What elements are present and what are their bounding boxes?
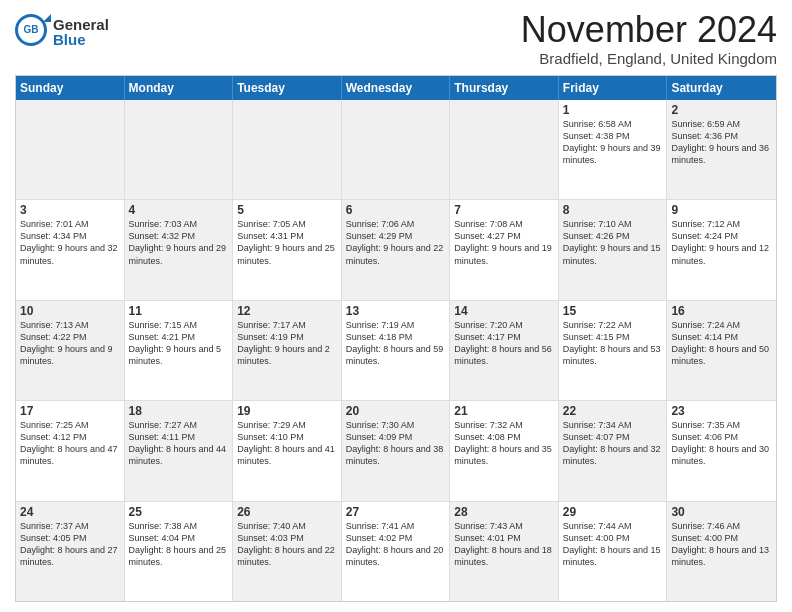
day-cell-30: 30Sunrise: 7:46 AM Sunset: 4:00 PM Dayli… <box>667 502 776 601</box>
day-cell-28: 28Sunrise: 7:43 AM Sunset: 4:01 PM Dayli… <box>450 502 559 601</box>
empty-cell <box>342 100 451 199</box>
day-header-saturday: Saturday <box>667 76 776 100</box>
day-info: Sunrise: 7:29 AM Sunset: 4:10 PM Dayligh… <box>237 419 337 468</box>
week-row-2: 10Sunrise: 7:13 AM Sunset: 4:22 PM Dayli… <box>16 301 776 401</box>
day-number: 3 <box>20 203 120 217</box>
day-cell-3: 3Sunrise: 7:01 AM Sunset: 4:34 PM Daylig… <box>16 200 125 299</box>
day-cell-15: 15Sunrise: 7:22 AM Sunset: 4:15 PM Dayli… <box>559 301 668 400</box>
day-cell-29: 29Sunrise: 7:44 AM Sunset: 4:00 PM Dayli… <box>559 502 668 601</box>
day-cell-20: 20Sunrise: 7:30 AM Sunset: 4:09 PM Dayli… <box>342 401 451 500</box>
week-row-3: 17Sunrise: 7:25 AM Sunset: 4:12 PM Dayli… <box>16 401 776 501</box>
day-number: 16 <box>671 304 772 318</box>
day-number: 30 <box>671 505 772 519</box>
day-header-monday: Monday <box>125 76 234 100</box>
day-number: 1 <box>563 103 663 117</box>
day-info: Sunrise: 7:24 AM Sunset: 4:14 PM Dayligh… <box>671 319 772 368</box>
calendar-header: SundayMondayTuesdayWednesdayThursdayFrid… <box>16 76 776 100</box>
day-info: Sunrise: 7:41 AM Sunset: 4:02 PM Dayligh… <box>346 520 446 569</box>
day-cell-7: 7Sunrise: 7:08 AM Sunset: 4:27 PM Daylig… <box>450 200 559 299</box>
day-cell-11: 11Sunrise: 7:15 AM Sunset: 4:21 PM Dayli… <box>125 301 234 400</box>
day-info: Sunrise: 7:01 AM Sunset: 4:34 PM Dayligh… <box>20 218 120 267</box>
day-info: Sunrise: 7:30 AM Sunset: 4:09 PM Dayligh… <box>346 419 446 468</box>
day-number: 12 <box>237 304 337 318</box>
day-cell-5: 5Sunrise: 7:05 AM Sunset: 4:31 PM Daylig… <box>233 200 342 299</box>
day-header-sunday: Sunday <box>16 76 125 100</box>
day-cell-17: 17Sunrise: 7:25 AM Sunset: 4:12 PM Dayli… <box>16 401 125 500</box>
page: GB General Blue November 2024 Bradfield,… <box>0 0 792 612</box>
day-info: Sunrise: 7:19 AM Sunset: 4:18 PM Dayligh… <box>346 319 446 368</box>
day-info: Sunrise: 7:43 AM Sunset: 4:01 PM Dayligh… <box>454 520 554 569</box>
day-number: 14 <box>454 304 554 318</box>
day-number: 10 <box>20 304 120 318</box>
day-info: Sunrise: 7:13 AM Sunset: 4:22 PM Dayligh… <box>20 319 120 368</box>
day-info: Sunrise: 7:05 AM Sunset: 4:31 PM Dayligh… <box>237 218 337 267</box>
calendar-body: 1Sunrise: 6:58 AM Sunset: 4:38 PM Daylig… <box>16 100 776 601</box>
day-number: 4 <box>129 203 229 217</box>
day-cell-13: 13Sunrise: 7:19 AM Sunset: 4:18 PM Dayli… <box>342 301 451 400</box>
day-info: Sunrise: 7:40 AM Sunset: 4:03 PM Dayligh… <box>237 520 337 569</box>
day-info: Sunrise: 7:44 AM Sunset: 4:00 PM Dayligh… <box>563 520 663 569</box>
day-cell-10: 10Sunrise: 7:13 AM Sunset: 4:22 PM Dayli… <box>16 301 125 400</box>
day-number: 28 <box>454 505 554 519</box>
day-cell-8: 8Sunrise: 7:10 AM Sunset: 4:26 PM Daylig… <box>559 200 668 299</box>
day-cell-9: 9Sunrise: 7:12 AM Sunset: 4:24 PM Daylig… <box>667 200 776 299</box>
day-info: Sunrise: 7:10 AM Sunset: 4:26 PM Dayligh… <box>563 218 663 267</box>
day-number: 6 <box>346 203 446 217</box>
day-info: Sunrise: 7:38 AM Sunset: 4:04 PM Dayligh… <box>129 520 229 569</box>
month-title: November 2024 <box>521 10 777 50</box>
day-number: 9 <box>671 203 772 217</box>
day-cell-19: 19Sunrise: 7:29 AM Sunset: 4:10 PM Dayli… <box>233 401 342 500</box>
day-cell-24: 24Sunrise: 7:37 AM Sunset: 4:05 PM Dayli… <box>16 502 125 601</box>
day-cell-27: 27Sunrise: 7:41 AM Sunset: 4:02 PM Dayli… <box>342 502 451 601</box>
day-number: 7 <box>454 203 554 217</box>
day-number: 15 <box>563 304 663 318</box>
calendar: SundayMondayTuesdayWednesdayThursdayFrid… <box>15 75 777 602</box>
day-info: Sunrise: 6:59 AM Sunset: 4:36 PM Dayligh… <box>671 118 772 167</box>
day-info: Sunrise: 7:17 AM Sunset: 4:19 PM Dayligh… <box>237 319 337 368</box>
day-number: 24 <box>20 505 120 519</box>
day-info: Sunrise: 7:06 AM Sunset: 4:29 PM Dayligh… <box>346 218 446 267</box>
day-cell-18: 18Sunrise: 7:27 AM Sunset: 4:11 PM Dayli… <box>125 401 234 500</box>
day-number: 8 <box>563 203 663 217</box>
day-number: 23 <box>671 404 772 418</box>
day-cell-25: 25Sunrise: 7:38 AM Sunset: 4:04 PM Dayli… <box>125 502 234 601</box>
day-header-tuesday: Tuesday <box>233 76 342 100</box>
logo-blue: Blue <box>53 32 109 47</box>
header: GB General Blue November 2024 Bradfield,… <box>15 10 777 67</box>
day-cell-2: 2Sunrise: 6:59 AM Sunset: 4:36 PM Daylig… <box>667 100 776 199</box>
day-number: 13 <box>346 304 446 318</box>
day-number: 19 <box>237 404 337 418</box>
day-number: 22 <box>563 404 663 418</box>
week-row-4: 24Sunrise: 7:37 AM Sunset: 4:05 PM Dayli… <box>16 502 776 601</box>
day-info: Sunrise: 7:20 AM Sunset: 4:17 PM Dayligh… <box>454 319 554 368</box>
empty-cell <box>16 100 125 199</box>
day-info: Sunrise: 7:15 AM Sunset: 4:21 PM Dayligh… <box>129 319 229 368</box>
day-info: Sunrise: 7:32 AM Sunset: 4:08 PM Dayligh… <box>454 419 554 468</box>
day-cell-4: 4Sunrise: 7:03 AM Sunset: 4:32 PM Daylig… <box>125 200 234 299</box>
day-info: Sunrise: 6:58 AM Sunset: 4:38 PM Dayligh… <box>563 118 663 167</box>
day-info: Sunrise: 7:35 AM Sunset: 4:06 PM Dayligh… <box>671 419 772 468</box>
week-row-0: 1Sunrise: 6:58 AM Sunset: 4:38 PM Daylig… <box>16 100 776 200</box>
day-number: 25 <box>129 505 229 519</box>
day-number: 26 <box>237 505 337 519</box>
empty-cell <box>233 100 342 199</box>
day-number: 21 <box>454 404 554 418</box>
day-info: Sunrise: 7:22 AM Sunset: 4:15 PM Dayligh… <box>563 319 663 368</box>
day-cell-26: 26Sunrise: 7:40 AM Sunset: 4:03 PM Dayli… <box>233 502 342 601</box>
day-cell-6: 6Sunrise: 7:06 AM Sunset: 4:29 PM Daylig… <box>342 200 451 299</box>
day-number: 2 <box>671 103 772 117</box>
day-header-wednesday: Wednesday <box>342 76 451 100</box>
day-number: 11 <box>129 304 229 318</box>
day-info: Sunrise: 7:37 AM Sunset: 4:05 PM Dayligh… <box>20 520 120 569</box>
day-info: Sunrise: 7:25 AM Sunset: 4:12 PM Dayligh… <box>20 419 120 468</box>
day-number: 5 <box>237 203 337 217</box>
day-info: Sunrise: 7:08 AM Sunset: 4:27 PM Dayligh… <box>454 218 554 267</box>
week-row-1: 3Sunrise: 7:01 AM Sunset: 4:34 PM Daylig… <box>16 200 776 300</box>
day-cell-16: 16Sunrise: 7:24 AM Sunset: 4:14 PM Dayli… <box>667 301 776 400</box>
day-cell-12: 12Sunrise: 7:17 AM Sunset: 4:19 PM Dayli… <box>233 301 342 400</box>
logo: GB General Blue <box>15 10 109 50</box>
logo-general: General <box>53 17 109 32</box>
day-cell-1: 1Sunrise: 6:58 AM Sunset: 4:38 PM Daylig… <box>559 100 668 199</box>
day-info: Sunrise: 7:03 AM Sunset: 4:32 PM Dayligh… <box>129 218 229 267</box>
empty-cell <box>450 100 559 199</box>
